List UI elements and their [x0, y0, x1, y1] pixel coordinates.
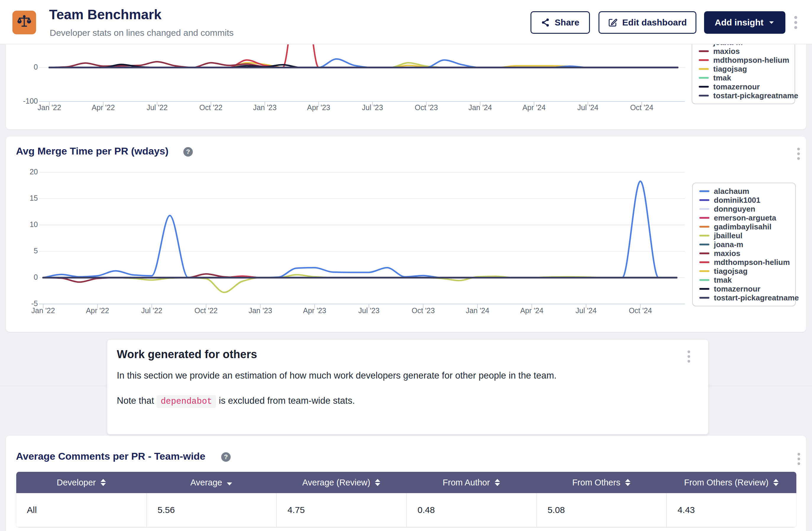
legend-swatch [699, 288, 709, 290]
y-axis-label: 5 [34, 247, 38, 255]
legend-item-tostart-pickagreatname[interactable]: tostart-pickagreatname [699, 293, 795, 302]
legend-item-tmak[interactable]: tmak [699, 276, 795, 284]
legend-label: emerson-argueta [714, 213, 776, 223]
x-axis-label: Jul '24 [577, 103, 598, 112]
legend-label: tiagojsag [713, 65, 747, 74]
chart-legend: alachaumdominik1001donnguyenemerson-argu… [692, 44, 795, 104]
legend-swatch [699, 199, 709, 201]
column-header-label: Average (Review) [302, 478, 370, 488]
chart-svg: 20151050-5Jan '22Apr '22Jul '22Oct '22Ja… [6, 162, 807, 327]
sort-icon [625, 479, 630, 486]
legend-label: alachaum [714, 187, 749, 196]
table-cell: 5.56 [146, 493, 276, 527]
legend-swatch [699, 297, 709, 299]
legend-label: tmak [714, 276, 732, 285]
legend-item-maxios[interactable]: maxios [699, 249, 795, 258]
legend-label: tomazernour [713, 82, 760, 92]
legend-item-gadimbaylisahil[interactable]: gadimbaylisahil [699, 222, 795, 231]
add-insight-button-label: Add insight [715, 17, 764, 28]
sort-desc-icon [227, 479, 232, 486]
edit-icon [608, 18, 618, 27]
column-header-label: From Author [443, 478, 490, 488]
table-cell: 4.75 [276, 493, 406, 527]
legend-item-emerson-argueta[interactable]: emerson-argueta [699, 213, 795, 222]
legend-item-mdthompson-helium[interactable]: mdthompson-helium [699, 258, 795, 267]
y-axis-label: 0 [34, 273, 38, 281]
series-line-alachaum [49, 59, 678, 68]
help-icon[interactable]: ? [183, 147, 193, 157]
x-axis-label: Apr '22 [92, 103, 115, 112]
help-icon[interactable]: ? [221, 452, 231, 462]
x-axis-label: Apr '23 [307, 103, 330, 112]
chart-kebab-menu[interactable] [797, 148, 800, 160]
sort-icon [375, 479, 380, 486]
lines-changed-chart-card: 0-100Jan '22Apr '22Jul '22Oct '22Jan '23… [5, 44, 807, 130]
legend-item-tiagojsag[interactable]: tiagojsag [699, 267, 795, 276]
legend-swatch [699, 190, 709, 192]
y-axis-label: 0 [34, 63, 38, 71]
legend-item-alachaum[interactable]: alachaum [699, 187, 795, 196]
avg-comments-table: DeveloperAverageAverage (Review)From Aut… [16, 472, 797, 528]
app-header: Team Benchmark Developer stats on lines … [0, 0, 812, 44]
legend-item-dominik1001[interactable]: dominik1001 [699, 196, 795, 205]
legend-item-jbailleul[interactable]: jbailleul [699, 231, 795, 240]
x-axis-label: Jul '24 [576, 306, 597, 315]
x-axis-label: Jul '22 [146, 103, 168, 112]
legend-item-maxios[interactable]: maxios [699, 47, 795, 56]
dashboard-logo [12, 11, 36, 34]
column-header-label: From Others (Review) [684, 478, 769, 488]
chevron-down-icon [768, 19, 775, 26]
x-axis-label: Oct '24 [630, 103, 653, 112]
y-axis-label: 20 [30, 168, 38, 176]
column-header-from-others[interactable]: From Others [536, 472, 667, 493]
dependabot-code-chip: dependabot [156, 395, 216, 408]
y-axis-label: -100 [23, 97, 38, 105]
legend-item-mdthompson-helium[interactable]: mdthompson-helium [699, 56, 795, 65]
page-subtitle: Developer stats on lines changed and com… [50, 28, 234, 38]
legend-label: tostart-pickagreatname [713, 91, 798, 100]
x-axis-label: Oct '23 [415, 103, 438, 112]
column-header-label: From Others [572, 478, 620, 488]
column-header-average-review[interactable]: Average (Review) [276, 472, 406, 493]
work-generated-paragraph: In this section we provide an estimation… [117, 370, 556, 381]
page-title: Team Benchmark [49, 6, 161, 23]
chart-svg: 0-100Jan '22Apr '22Jul '22Oct '22Jan '23… [6, 44, 807, 130]
legend-label: mdthompson-helium [713, 56, 789, 65]
column-header-from-author[interactable]: From Author [406, 472, 536, 493]
avg-comments-table-card: Average Comments per PR - Team-wide ? De… [5, 435, 807, 531]
table-row: All5.564.750.485.084.43 [16, 493, 796, 528]
legend-item-tmak[interactable]: tmak [699, 73, 795, 82]
x-axis-label: Jan '23 [253, 103, 276, 112]
legend-item-joana-m[interactable]: joana-m [699, 240, 795, 249]
table-kebab-menu[interactable] [798, 453, 800, 465]
table-title: Average Comments per PR - Team-wide [16, 450, 205, 462]
legend-item-tomazernour[interactable]: tomazernour [699, 82, 795, 91]
legend-swatch [699, 50, 709, 52]
legend-item-donnguyen[interactable]: donnguyen [699, 205, 795, 213]
legend-label: donnguyen [714, 205, 755, 214]
legend-swatch [699, 279, 709, 281]
column-header-developer[interactable]: Developer [16, 472, 146, 493]
avg-merge-time-chart-card: Avg Merge Time per PR (wdays) ? 20151050… [5, 136, 807, 332]
work-card-kebab-menu[interactable] [687, 350, 690, 363]
column-header-average[interactable]: Average [146, 472, 276, 493]
legend-label: gadimbaylisahil [714, 222, 771, 232]
work-generated-title: Work generated for others [117, 348, 257, 361]
legend-item-tomazernour[interactable]: tomazernour [699, 284, 795, 293]
note-prefix: Note that [117, 395, 156, 406]
x-axis-label: Apr '24 [522, 103, 546, 112]
legend-item-tostart-pickagreatname[interactable]: tostart-pickagreatname [699, 91, 795, 100]
header-kebab-menu[interactable] [794, 16, 797, 29]
table-cell: 5.08 [536, 493, 667, 527]
note-suffix: is excluded from team-wide stats. [219, 395, 355, 406]
share-button-label: Share [555, 17, 579, 28]
share-button[interactable]: Share [531, 11, 590, 34]
edit-dashboard-button[interactable]: Edit dashboard [598, 11, 696, 34]
legend-swatch [699, 252, 709, 254]
legend-swatch [699, 68, 709, 70]
legend-item-tiagojsag[interactable]: tiagojsag [699, 65, 795, 73]
add-insight-button[interactable]: Add insight [704, 11, 785, 34]
column-header-from-others-review[interactable]: From Others (Review) [666, 472, 796, 493]
legend-label: maxios [713, 47, 740, 56]
legend-swatch [699, 270, 709, 272]
